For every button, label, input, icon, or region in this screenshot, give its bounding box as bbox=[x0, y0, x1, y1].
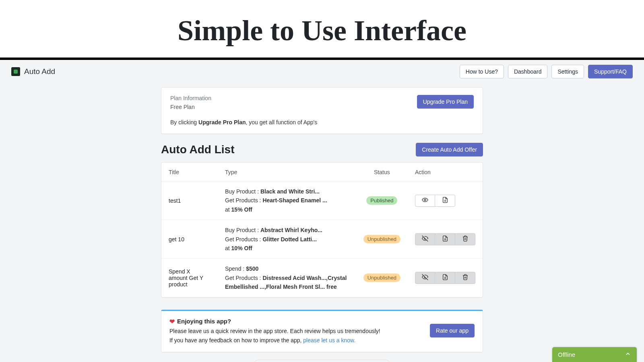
plan-note: By clicking Upgrade Pro Plan, you get al… bbox=[170, 119, 474, 125]
offer-type: Buy Product : Abstract Whirl Keyho...Get… bbox=[218, 220, 356, 259]
plan-card: Plan Information Free Plan Upgrade Pro P… bbox=[161, 87, 483, 134]
chevron-up-icon bbox=[625, 351, 631, 358]
delete-button[interactable] bbox=[455, 233, 475, 245]
topbar: Auto Add How to Use? Dashboard Settings … bbox=[4, 60, 640, 83]
create-offer-button[interactable]: Create Auto Add Offer bbox=[416, 143, 483, 156]
how-to-use-button[interactable]: How to Use? bbox=[460, 65, 504, 78]
delete-button[interactable] bbox=[455, 272, 475, 284]
dashboard-button[interactable]: Dashboard bbox=[508, 65, 548, 78]
chat-status: Offline bbox=[558, 351, 575, 358]
support-faq-button[interactable]: Support/FAQ bbox=[588, 65, 633, 78]
app-name: Auto Add bbox=[24, 67, 55, 76]
table-row: test1Buy Product : Black and White Stri.… bbox=[161, 181, 483, 220]
edit-button[interactable] bbox=[435, 272, 455, 284]
eye-off-icon bbox=[422, 274, 428, 282]
offer-status: Unpublished bbox=[356, 259, 408, 297]
status-badge: Unpublished bbox=[363, 274, 400, 282]
plan-info-label: Plan Information bbox=[170, 95, 211, 101]
table-row: get 10Buy Product : Abstract Whirl Keyho… bbox=[161, 220, 483, 259]
heart-icon: ❤ bbox=[169, 317, 175, 327]
offer-status: Unpublished bbox=[356, 220, 408, 259]
status-badge: Unpublished bbox=[363, 235, 400, 243]
svg-point-0 bbox=[424, 199, 426, 201]
offer-status: Published bbox=[356, 181, 408, 220]
document-icon bbox=[442, 274, 448, 282]
col-header-type: Type bbox=[218, 162, 356, 181]
offer-type: Spend : $500Get Products : Distressed Ac… bbox=[218, 259, 356, 297]
list-header: Auto Add List Create Auto Add Offer bbox=[161, 143, 483, 156]
trash-icon bbox=[462, 274, 469, 282]
preview-button[interactable] bbox=[415, 195, 435, 207]
offer-title: test1 bbox=[161, 181, 218, 220]
edit-button[interactable] bbox=[435, 233, 455, 245]
enjoy-line2-pre: If you have any feedback on how to impro… bbox=[169, 337, 303, 343]
col-header-status: Status bbox=[356, 162, 408, 181]
footer: Auto Add © 2018 - Develop by Identixweb … bbox=[161, 360, 483, 362]
settings-button[interactable]: Settings bbox=[551, 65, 584, 78]
enjoy-line1: Please leave us a quick review in the ap… bbox=[169, 327, 380, 335]
eye-off-icon bbox=[422, 235, 428, 243]
status-badge: Published bbox=[366, 196, 397, 205]
app-logo bbox=[11, 67, 20, 76]
offer-title: get 10 bbox=[161, 220, 218, 259]
edit-button[interactable] bbox=[435, 195, 455, 207]
offer-type: Buy Product : Black and White Stri...Get… bbox=[218, 181, 356, 220]
plan-name: Free Plan bbox=[170, 104, 211, 110]
col-header-title: Title bbox=[161, 162, 218, 181]
app-body: Auto Add How to Use? Dashboard Settings … bbox=[0, 60, 644, 362]
enjoy-card: ❤ Enjoying this app? Please leave us a q… bbox=[161, 310, 483, 352]
marketing-headline: Simple to Use Interface bbox=[0, 0, 644, 58]
table-row: Spend X amount Get Y productSpend : $500… bbox=[161, 259, 483, 297]
rate-app-button[interactable]: Rate our app bbox=[430, 324, 475, 337]
document-icon bbox=[442, 197, 448, 204]
offer-actions bbox=[408, 220, 483, 259]
unpublish-toggle-button[interactable] bbox=[415, 233, 435, 245]
trash-icon bbox=[462, 235, 469, 243]
feedback-link[interactable]: please let us a know. bbox=[303, 337, 355, 343]
offers-table-card: Title Type Status Action test1Buy Produc… bbox=[161, 162, 483, 298]
offer-title: Spend X amount Get Y product bbox=[161, 259, 218, 297]
col-header-action: Action bbox=[408, 162, 483, 181]
upgrade-plan-button[interactable]: Upgrade Pro Plan bbox=[417, 95, 474, 109]
unpublish-toggle-button[interactable] bbox=[415, 272, 435, 284]
offers-table: Title Type Status Action test1Buy Produc… bbox=[161, 162, 483, 297]
chat-widget[interactable]: Offline bbox=[552, 347, 637, 362]
topnav: How to Use? Dashboard Settings Support/F… bbox=[460, 65, 633, 78]
document-icon bbox=[442, 235, 448, 243]
offer-actions bbox=[408, 259, 483, 297]
list-title: Auto Add List bbox=[161, 143, 234, 156]
offer-actions bbox=[408, 181, 483, 220]
eye-icon bbox=[422, 197, 428, 204]
enjoy-title: ❤ Enjoying this app? bbox=[169, 317, 231, 327]
